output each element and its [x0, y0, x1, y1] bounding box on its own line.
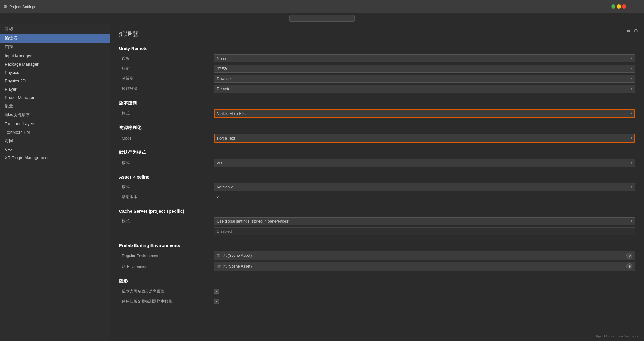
layout-icon[interactable]: ⇔ [626, 28, 630, 34]
value-regular-env: 🎬 无 (Scene Asset) ⊙ [214, 251, 635, 260]
search-row [0, 13, 644, 24]
value-cs-mode: Use global settings (stored in preferenc… [214, 217, 635, 225]
value-joystick: Remote [214, 85, 635, 93]
value-ap-mode: Version 2 [214, 183, 635, 191]
sidebar-item-physics[interactable]: Physics [0, 68, 110, 77]
label-device: 设备 [119, 56, 214, 61]
url-bar: https://blog.csdn.net/sayUonly [594, 334, 638, 338]
content-area: ⇔ ⚙ 编辑器 Unity Remote 设备 None 压缩 JPEG [110, 24, 644, 341]
main-layout: 音频 编辑器 图形 Input Manager Package Manager … [0, 24, 644, 341]
sidebar-item-package-manager[interactable]: Package Manager [0, 60, 110, 68]
scene-icon-ui: 🎬 [217, 265, 221, 268]
value-as-mode: Force Text [214, 134, 635, 143]
dropdown-wrapper-db-mode: 2D [214, 159, 635, 167]
value-cs-disabled: Disabled [214, 227, 635, 235]
sidebar-item-input-manager[interactable]: Input Manager [0, 52, 110, 60]
setting-row-cs-mode: 模式 Use global settings (stored in prefer… [119, 217, 635, 226]
sidebar-item-textmesh-pro[interactable]: TextMesh Pro [0, 128, 110, 136]
label-joystick: 操作杆源 [119, 86, 214, 91]
dropdown-cs-mode[interactable]: Use global settings (stored in preferenc… [214, 217, 635, 225]
sidebar-item-tags-layers[interactable]: Tags and Layers [0, 120, 110, 128]
sidebar-item-xr-plugin[interactable]: XR Plugin Management [0, 154, 110, 162]
sidebar-item-physics2d[interactable]: Physics 2D [0, 77, 110, 85]
dot-yellow[interactable] [617, 4, 621, 9]
setting-row-db-mode: 模式 2D [119, 158, 635, 167]
section-asset-pipeline: Asset Pipeline [119, 174, 635, 179]
sidebar-item-vfx[interactable]: VFX [0, 145, 110, 154]
window-controls: ⋮ [600, 3, 626, 10]
section-version-control: 版本控制 [119, 100, 635, 106]
value-device: None [214, 54, 635, 62]
dropdown-compression[interactable]: JPEG [214, 65, 635, 73]
sidebar-item-time[interactable]: 时间 [0, 136, 110, 145]
dropdown-device[interactable]: None [214, 54, 635, 62]
dropdown-ap-mode[interactable]: Version 2 [214, 183, 635, 191]
section-unity-remote: Unity Remote [119, 46, 635, 51]
dots-icon: ⋮ [600, 3, 607, 10]
dropdown-wrapper-cs-mode: Use global settings (stored in preferenc… [214, 217, 635, 225]
section-prefab-editing: Prefab Editing Environments [119, 243, 635, 248]
checkbox-container-lightmap [214, 289, 219, 294]
object-picker-regular[interactable]: ⊙ [626, 253, 632, 259]
dropdown-wrapper-as-mode: Force Text [214, 134, 635, 143]
dropdown-resolution[interactable]: Downsize [214, 75, 635, 83]
dropdown-as-mode[interactable]: Force Text [214, 134, 635, 143]
object-field-ui-env: 🎬 无 (Scene Asset) ⊙ [214, 262, 635, 271]
label-compression: 压缩 [119, 66, 214, 71]
object-field-regular-env: 🎬 无 (Scene Asset) ⊙ [214, 251, 635, 260]
dropdown-wrapper-compression: JPEG [214, 65, 635, 73]
sidebar-item-script-execution[interactable]: 脚本执行顺序 [0, 111, 110, 120]
label-ap-mode: 模式 [119, 184, 214, 190]
scene-icon-regular: 🎬 [217, 254, 221, 258]
value-resolution: Downsize [214, 75, 635, 83]
page-title: 编辑器 [119, 30, 635, 39]
sidebar-item-player[interactable]: Player [0, 85, 110, 93]
section-asset-serialization: 资源序列化 [119, 125, 635, 131]
label-as-mode: Mode [119, 136, 214, 140]
label-legacy-probe: 使用旧版光照探测器样本数量 [119, 299, 214, 304]
value-ap-active-version: 2 [214, 193, 635, 201]
settings-icon[interactable]: ⚙ [634, 28, 638, 34]
checkbox-lightmap[interactable] [214, 289, 219, 294]
sidebar-item-audio[interactable]: 音频 [0, 25, 110, 34]
static-active-version: 2 [214, 193, 221, 201]
label-cs-mode: 模式 [119, 218, 214, 224]
section-cache-server: Cache Server (project specific) [119, 209, 635, 214]
label-resolution: 分辨率 [119, 76, 214, 81]
dot-red[interactable] [622, 4, 626, 9]
checkbox-probe[interactable] [214, 299, 219, 304]
search-wrapper [289, 15, 355, 22]
section-graphics: 图形 [119, 278, 635, 284]
label-lightmap-res: 显示光照贴图分辨率覆盖 [119, 289, 214, 294]
sidebar-item-editor[interactable]: 编辑器 [0, 34, 110, 43]
sidebar-item-graphics[interactable]: 图形 [0, 43, 110, 52]
value-vc-mode: Visible Meta Files [214, 109, 635, 118]
label-ap-active-version: 活动版本 [119, 194, 214, 200]
setting-row-legacy-probe: 使用旧版光照探测器样本数量 [119, 297, 635, 306]
setting-row-ui-env: UI Environment 🎬 无 (Scene Asset) ⊙ [119, 262, 635, 271]
gear-icon: ⚙ [4, 4, 7, 9]
label-regular-env: Regular Environment [119, 254, 214, 258]
dropdown-joystick[interactable]: Remote [214, 85, 635, 93]
dropdown-vc-mode[interactable]: Visible Meta Files [214, 109, 635, 118]
setting-row-cs-disabled: Disabled [119, 227, 635, 236]
setting-row-as-mode: Mode Force Text [119, 134, 635, 143]
label-ui-env: UI Environment [119, 264, 214, 269]
title-text: Project Settings [9, 4, 36, 9]
dropdown-wrapper-vc-mode: Visible Meta Files [214, 109, 635, 118]
dot-green[interactable] [611, 4, 615, 9]
dropdown-db-mode[interactable]: 2D [214, 159, 635, 167]
content-top-right: ⇔ ⚙ [626, 28, 638, 34]
label-db-mode: 模式 [119, 160, 214, 165]
sidebar-item-quality[interactable]: 质量 [0, 102, 110, 111]
dropdown-wrapper-joystick: Remote [214, 85, 635, 93]
label-vc-mode: 模式 [119, 111, 214, 116]
setting-row-vc-mode: 模式 Visible Meta Files [119, 109, 635, 118]
setting-row-lightmap-res: 显示光照贴图分辨率覆盖 [119, 287, 635, 296]
sidebar-item-preset-manager[interactable]: Preset Manager [0, 93, 110, 102]
value-compression: JPEG [214, 65, 635, 73]
object-picker-ui[interactable]: ⊙ [626, 263, 632, 269]
section-default-behavior: 默认行为模式 [119, 150, 635, 155]
setting-row-compression: 压缩 JPEG [119, 64, 635, 73]
search-input[interactable] [289, 15, 355, 22]
